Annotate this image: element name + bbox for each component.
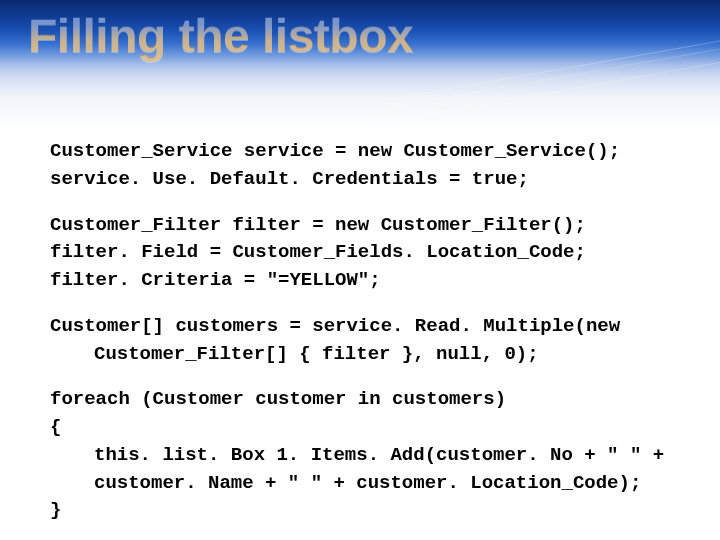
code-line: Customer_Filter filter = new Customer_Fi… (50, 214, 680, 238)
code-line: Customer_Service service = new Customer_… (50, 140, 680, 164)
code-line: filter. Field = Customer_Fields. Locatio… (50, 241, 680, 265)
code-block: Customer_Service service = new Customer_… (50, 140, 680, 527)
code-line: Customer_Filter[] { filter }, null, 0); (50, 343, 680, 367)
code-line: filter. Criteria = "=YELLOW"; (50, 269, 680, 293)
code-line: foreach (Customer customer in customers) (50, 388, 680, 412)
decorative-stripe (373, 40, 720, 110)
code-line: service. Use. Default. Credentials = tru… (50, 168, 680, 192)
slide-title: Filling the listbox (28, 8, 413, 63)
code-line: customer. Name + " " + customer. Locatio… (50, 472, 680, 496)
code-line: this. list. Box 1. Items. Add(customer. … (50, 444, 680, 468)
slide: Filling the listbox Customer_Service ser… (0, 0, 720, 540)
code-line: Customer[] customers = service. Read. Mu… (50, 315, 680, 339)
code-line: } (50, 499, 680, 523)
code-line: { (50, 416, 680, 440)
